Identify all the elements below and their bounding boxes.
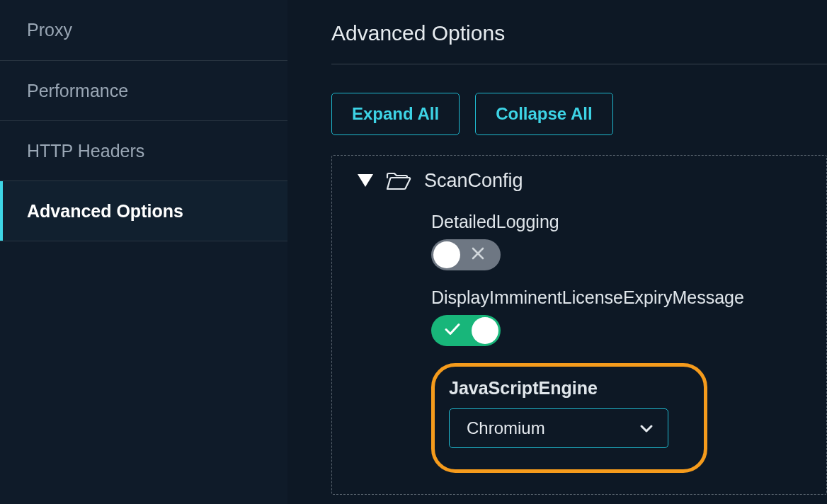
- sidebar-item-label: Proxy: [27, 20, 72, 40]
- sidebar-item-http-headers[interactable]: HTTP Headers: [0, 120, 287, 181]
- x-icon: [471, 246, 485, 263]
- action-button-row: Expand All Collapse All: [331, 93, 827, 135]
- main-content: Advanced Options Expand All Collapse All…: [287, 0, 827, 504]
- field-label: JavaScriptEngine: [449, 378, 675, 399]
- field-detailed-logging: DetailedLogging: [431, 212, 801, 270]
- field-license-expiry-message: DisplayImminentLicenseExpiryMessage: [431, 287, 801, 346]
- expand-all-button[interactable]: Expand All: [331, 93, 460, 135]
- field-label: DetailedLogging: [431, 212, 801, 232]
- config-tree-panel: ScanConfig DetailedLogging DisplayImmine…: [331, 155, 827, 495]
- sidebar-item-label: Advanced Options: [27, 201, 183, 222]
- toggle-knob: [472, 317, 498, 344]
- check-icon: [444, 322, 461, 339]
- sidebar-item-performance[interactable]: Performance: [0, 60, 287, 120]
- license-expiry-toggle[interactable]: [431, 315, 501, 346]
- collapse-all-button[interactable]: Collapse All: [475, 93, 612, 135]
- sidebar-item-label: Performance: [27, 81, 128, 101]
- field-label: DisplayImminentLicenseExpiryMessage: [431, 287, 801, 308]
- detailed-logging-toggle[interactable]: [431, 239, 501, 270]
- sidebar-item-proxy[interactable]: Proxy: [0, 0, 287, 60]
- tree-node-label: ScanConfig: [424, 170, 523, 192]
- folder-open-icon: [386, 171, 411, 191]
- page-title: Advanced Options: [331, 21, 827, 64]
- js-engine-highlight: JavaScriptEngine Chromium: [431, 363, 707, 473]
- sidebar-item-label: HTTP Headers: [27, 141, 144, 161]
- svg-marker-0: [358, 174, 373, 187]
- disclosure-triangle-icon: [358, 174, 373, 188]
- tree-children: DetailedLogging DisplayImminentLicenseEx…: [431, 212, 801, 473]
- sidebar: Proxy Performance HTTP Headers Advanced …: [0, 0, 287, 504]
- sidebar-item-advanced-options[interactable]: Advanced Options: [0, 181, 287, 241]
- chevron-down-icon: [639, 423, 654, 433]
- js-engine-select[interactable]: Chromium: [449, 408, 668, 448]
- toggle-knob: [433, 241, 460, 268]
- tree-node-scanconfig[interactable]: ScanConfig: [358, 170, 801, 192]
- select-value: Chromium: [467, 418, 545, 438]
